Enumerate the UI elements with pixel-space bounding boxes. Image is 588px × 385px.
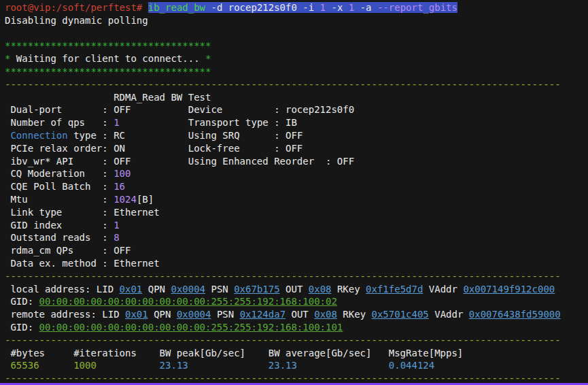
terminal-line: CQ Moderation : 100: [5, 167, 588, 180]
text-segment: PSN: [211, 309, 239, 320]
text-segment: 0x01: [120, 284, 143, 295]
text-segment: [297, 360, 389, 371]
text-segment: QPN: [142, 284, 171, 295]
text-segment: 1: [114, 117, 119, 128]
text-segment: 0x08: [309, 284, 332, 295]
text-segment: ************************************: [5, 40, 211, 51]
text-segment: 0x01: [125, 309, 148, 320]
text-segment: CQ Moderation :: [5, 168, 114, 179]
selected-text-segment: ib_read_bw: [148, 2, 205, 13]
text-segment: 8: [114, 232, 119, 243]
text-segment: [188, 360, 269, 371]
text-segment: 100: [114, 168, 131, 179]
text-segment: OUT: [280, 284, 309, 295]
terminal-line: GID: 00:00:00:00:00:00:00:00:00:00:255:2…: [5, 321, 588, 334]
text-segment: remote address: LID: [5, 309, 125, 320]
text-segment: Number of qps :: [5, 117, 114, 128]
terminal-line: GID index : 1: [5, 219, 588, 232]
text-segment: PCIe relax order: ON Lock-free : OFF: [5, 143, 302, 154]
selected-text-segment: -d rocep212s0f0 -i: [205, 2, 320, 13]
terminal-line: remote address: LID 0x01 QPN 0x0004 PSN …: [5, 308, 588, 321]
text-segment: [142, 2, 148, 13]
terminal-line: ----------------------------------------…: [5, 270, 588, 283]
text-segment: ----------------------------------------…: [5, 79, 561, 90]
selected-text-segment: 1: [320, 2, 326, 13]
text-segment: type : RC Using SRQ : OFF: [68, 130, 303, 141]
text-segment: [97, 360, 160, 371]
text-segment: 0x5701c405: [372, 309, 429, 320]
text-segment: QPN: [148, 309, 177, 320]
terminal-line: Data ex. method : Ethernet: [5, 257, 588, 270]
terminal-line: Link type : Ethernet: [5, 206, 588, 219]
text-segment: ************************************: [5, 66, 211, 77]
terminal-line: [5, 27, 588, 40]
text-segment: 23.13: [160, 360, 188, 371]
terminal-line: root@vip:/soft/perftest# ib_read_bw -d r…: [5, 1, 588, 14]
text-segment: Outstand reads :: [5, 232, 114, 243]
text-segment: Dual-port : OFF Device : rocep212s0f0: [5, 104, 354, 115]
text-segment: Link type : Ethernet: [5, 207, 160, 218]
text-segment: rdma_cm QPs : OFF: [5, 245, 131, 256]
text-segment: 00:00:00:00:00:00:00:00:00:00:255:255:19…: [39, 296, 337, 307]
terminal-line: local address: LID 0x01 QPN 0x0004 PSN 0…: [5, 283, 588, 296]
text-segment: ibv_wr* API : OFF Using Enhanced Reorder…: [5, 156, 354, 167]
text-segment: 23.13: [269, 360, 297, 371]
terminal-line: RDMA_Read BW Test: [5, 91, 588, 104]
text-segment: 0x67b175: [234, 284, 279, 295]
text-segment: CQE Poll Batch :: [5, 181, 114, 192]
terminal-line: Connection type : RC Using SRQ : OFF: [5, 129, 588, 142]
text-segment: GID index :: [5, 220, 114, 231]
text-segment: OUT: [286, 309, 314, 320]
text-segment: 0x08: [314, 309, 337, 320]
text-segment: 0x0004: [171, 284, 205, 295]
terminal-line: * Waiting for client to connect... *: [5, 52, 588, 65]
text-segment: 0xf1fe5d7d: [366, 284, 423, 295]
selected-text-segment: -a: [354, 2, 377, 13]
text-segment: [B]: [137, 194, 154, 205]
terminal-line: PCIe relax order: ON Lock-free : OFF: [5, 142, 588, 155]
text-segment: RKey: [337, 309, 372, 320]
text-segment: [39, 360, 74, 371]
terminal-line: GID: 00:00:00:00:00:00:00:00:00:00:255:2…: [5, 295, 588, 308]
text-segment: Transport type : IB: [120, 117, 297, 128]
text-segment: GID:: [5, 322, 39, 333]
terminal-line: ************************************: [5, 39, 588, 52]
terminal-line: rdma_cm QPs : OFF: [5, 244, 588, 257]
text-segment: root@vip:/soft/perftest#: [5, 2, 142, 13]
terminal-line: ----------------------------------------…: [5, 78, 588, 91]
terminal-line: CQE Poll Batch : 16: [5, 180, 588, 193]
terminal-line: #bytes #iterations BW peak[Gb/sec] BW av…: [5, 347, 588, 360]
text-segment: ----------------------------------------…: [5, 271, 561, 282]
text-segment: 00:00:00:00:00:00:00:00:00:00:255:255:19…: [39, 322, 343, 333]
text-segment: PSN: [205, 284, 234, 295]
text-segment: 0x0076438fd59000: [469, 309, 561, 320]
terminal-output: root@vip:/soft/perftest# ib_read_bw -d r…: [5, 1, 588, 385]
text-segment: *: [205, 53, 211, 64]
terminal-line: ibv_wr* API : OFF Using Enhanced Reorder…: [5, 155, 588, 168]
selected-text-segment: --report_gbits: [377, 2, 457, 13]
text-segment: ----------------------------------------…: [5, 373, 561, 384]
text-segment: 1: [114, 220, 119, 231]
text-segment: RDMA_Read BW Test: [5, 92, 211, 103]
text-segment: ----------------------------------------…: [5, 335, 561, 346]
text-segment: 0x124da7: [240, 309, 286, 320]
terminal-line: Mtu : 1024[B]: [5, 193, 588, 206]
terminal-line: Number of qps : 1 Transport type : IB: [5, 116, 588, 129]
terminal-line: ----------------------------------------…: [5, 334, 588, 347]
text-segment: 65536: [10, 360, 39, 371]
terminal-line: Disabling dynamic polling: [5, 14, 588, 27]
text-segment: Connection: [10, 130, 67, 141]
text-segment: 16: [114, 181, 125, 192]
text-segment: Data ex. method : Ethernet: [5, 258, 160, 269]
selected-text-segment: 1: [349, 2, 354, 13]
text-segment: Waiting for client to connect...: [10, 53, 205, 64]
text-segment: RKey: [332, 284, 366, 295]
text-segment: Mtu :: [5, 194, 114, 205]
terminal-line: Dual-port : OFF Device : rocep212s0f0: [5, 103, 588, 116]
terminal-line: ************************************: [5, 65, 588, 78]
text-segment: local address: LID: [5, 284, 120, 295]
text-segment: 0x007149f912c000: [463, 284, 555, 295]
terminal-window[interactable]: root@vip:/soft/perftest# ib_read_bw -d r…: [0, 0, 588, 385]
text-segment: GID:: [5, 296, 39, 307]
terminal-line: 65536 1000 23.13 23.13 0.044124: [5, 359, 588, 372]
